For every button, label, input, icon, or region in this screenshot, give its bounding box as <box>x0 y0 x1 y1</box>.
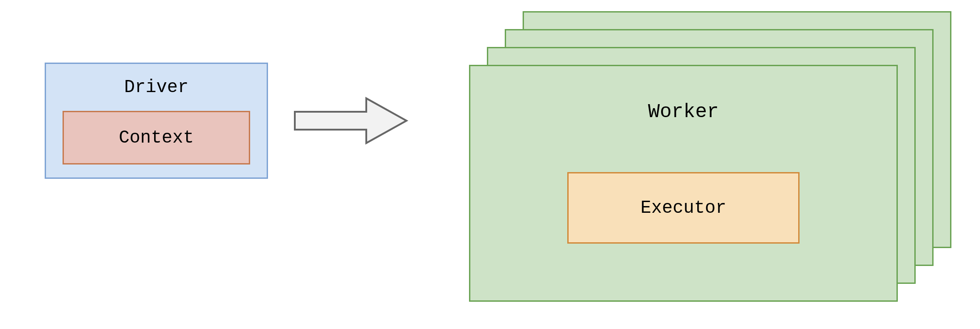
arrow-icon <box>290 92 411 150</box>
svg-marker-0 <box>295 98 406 143</box>
executor-title: Executor <box>641 198 726 218</box>
executor-box: Executor <box>567 172 800 244</box>
worker-stack: Worker Executor <box>469 11 960 315</box>
context-box: Context <box>63 111 250 164</box>
worker-title: Worker <box>648 101 719 123</box>
driver-title: Driver <box>124 77 188 97</box>
worker-box: Worker Executor <box>469 65 898 302</box>
context-title: Context <box>119 128 194 148</box>
driver-box: Driver Context <box>45 63 268 179</box>
